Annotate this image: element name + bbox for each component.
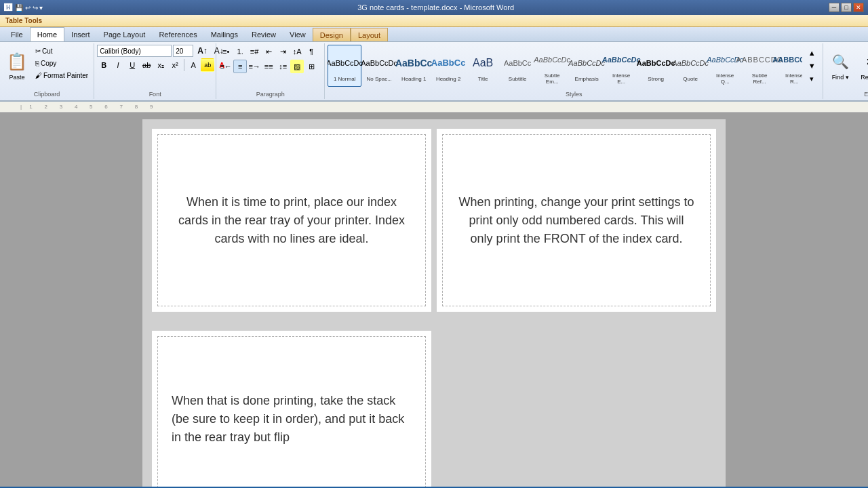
style-strong[interactable]: AaBbCcDc Strong [639, 45, 673, 87]
ruler: | 1 2 3 4 5 6 7 8 9 [0, 102, 868, 113]
styles-nav: ▲ ▼ ▾ [804, 45, 820, 87]
style-heading1[interactable]: AaBbCc Heading 1 [397, 45, 431, 87]
ribbon: 📋 Paste ✂ Cut ⎘ Copy 🖌 Format Painter Cl… [0, 42, 868, 102]
style-intense-r-name: Intense R... [781, 73, 802, 85]
group-paragraph: ≡• 1. ≡# ⇤ ⇥ ↕A ¶ ≡← ≡ ≡→ ≡≡ ↕≡ ▨ ⊞ Para… [216, 43, 325, 99]
style-quote[interactable]: AaBbCcDc Quote [673, 45, 707, 87]
justify-button[interactable]: ≡≡ [262, 60, 275, 73]
decrease-indent-button[interactable]: ⇤ [262, 45, 275, 58]
para-row2: ≡← ≡ ≡→ ≡≡ ↕≡ ▨ ⊞ [219, 60, 318, 73]
clipboard-content: 📋 Paste ✂ Cut ⎘ Copy 🖌 Format Painter [3, 45, 91, 89]
sep1 [184, 59, 184, 71]
numbering-button[interactable]: 1. [233, 45, 247, 58]
clipboard-label: Clipboard [34, 91, 60, 98]
card-3-text[interactable]: When that is done printing, take the sta… [172, 392, 412, 447]
bold-button[interactable]: B [97, 58, 111, 72]
tab-page-layout[interactable]: Page Layout [97, 28, 153, 41]
style-normal-preview: AaBbCcDc [330, 50, 359, 76]
style-subtle-ref[interactable]: AaBbCcDc Subtle Ref... [743, 45, 776, 87]
tab-view[interactable]: View [283, 28, 313, 41]
underline-button[interactable]: U [125, 58, 139, 72]
styles-down-button[interactable]: ▼ [805, 59, 818, 72]
card-3-outer: When that is done printing, take the sta… [152, 331, 431, 487]
tab-review[interactable]: Review [245, 28, 283, 41]
style-normal-name: 1 Normal [334, 76, 355, 82]
tab-mailings[interactable]: Mailings [204, 28, 245, 41]
editing-label: Editing [864, 91, 868, 98]
paragraph-label: Paragraph [256, 91, 285, 98]
text-effect-button[interactable]: A [186, 58, 200, 72]
paste-button[interactable]: 📋 Paste [3, 45, 31, 87]
align-left-button[interactable]: ≡← [219, 60, 233, 73]
cut-button[interactable]: ✂ Cut [33, 45, 91, 57]
style-quote-preview: AaBbCcDc [675, 50, 705, 76]
style-normal[interactable]: AaBbCcDc 1 Normal [328, 45, 361, 87]
grow-font-button[interactable]: A↑ [195, 45, 210, 57]
card-1-text[interactable]: When it is time to print, place our inde… [172, 193, 412, 248]
style-h1-name: Heading 1 [401, 76, 426, 82]
style-intense-q[interactable]: AaBbCcDc Intense Q... [708, 45, 742, 87]
style-heading2[interactable]: AaBbCc Heading 2 [431, 45, 465, 87]
styles-content: AaBbCcDc 1 Normal AaBbCcDc No Spac... Aa… [328, 45, 820, 89]
style-subtle-em[interactable]: AaBbCcDc Subtle Em... [535, 45, 569, 87]
increase-indent-button[interactable]: ⇥ [276, 45, 290, 58]
style-no-space[interactable]: AaBbCcDc No Spac... [362, 45, 396, 87]
title-bar-left: 🆆 💾 ↩ ↪ ▾ [4, 3, 43, 12]
align-center-button[interactable]: ≡ [233, 60, 247, 73]
card-2-outer: When printing, change your print setting… [437, 129, 716, 312]
font-label: Font [149, 91, 161, 98]
line-spacing-button[interactable]: ↕≡ [276, 60, 290, 73]
editing-content: 🔍 Find ▾ ⇄ Replace ⌖ Select ▾ [826, 45, 868, 89]
sort-button[interactable]: ↕A [290, 45, 304, 58]
align-right-button[interactable]: ≡→ [248, 60, 261, 73]
card-1-inner: When it is time to print, place our inde… [157, 134, 426, 306]
ribbon-tabs: File Home Insert Page Layout References … [0, 27, 868, 42]
superscript-button[interactable]: x² [168, 58, 182, 72]
close-button[interactable]: ✕ [853, 3, 864, 12]
multilevel-button[interactable]: ≡# [248, 45, 261, 58]
font-size-box[interactable]: 20 [173, 45, 193, 57]
show-marks-button[interactable]: ¶ [304, 45, 318, 58]
tab-file[interactable]: File [4, 28, 30, 41]
find-button[interactable]: 🔍 Find ▾ [826, 45, 854, 87]
copy-icon: ⎘ [35, 60, 39, 67]
style-intense-r[interactable]: AaBbCcDc Intense R... [777, 45, 802, 87]
para-content: ≡• 1. ≡# ⇤ ⇥ ↕A ¶ ≡← ≡ ≡→ ≡≡ ↕≡ ▨ ⊞ [219, 45, 321, 89]
style-intense-e-preview: AaBbCcDc [606, 47, 636, 73]
tab-home[interactable]: Home [30, 27, 64, 41]
minimize-button[interactable]: ─ [829, 3, 840, 12]
shading-button[interactable]: ▨ [290, 60, 304, 73]
style-intense-r-preview: AaBbCcDc [779, 47, 802, 73]
table-tools-bar: Table Tools [0, 15, 868, 27]
tab-layout[interactable]: Layout [351, 28, 388, 41]
strikethrough-button[interactable]: ab [140, 58, 153, 72]
bullets-button[interactable]: ≡• [219, 45, 233, 58]
style-title[interactable]: AaB Title [466, 45, 500, 87]
styles-more-button[interactable]: ▾ [805, 73, 818, 85]
cut-icon: ✂ [35, 47, 41, 55]
paste-label: Paste [9, 74, 24, 81]
group-editing: 🔍 Find ▾ ⇄ Replace ⌖ Select ▾ Editing [823, 43, 868, 99]
style-h2-preview: AaBbCc [433, 50, 463, 76]
card-2-inner: When printing, change your print setting… [442, 134, 711, 306]
replace-button[interactable]: ⇄ Replace [856, 45, 868, 87]
style-title-preview: AaB [468, 50, 498, 76]
tab-insert[interactable]: Insert [64, 28, 97, 41]
styles-up-button[interactable]: ▲ [805, 46, 818, 59]
copy-button[interactable]: ⎘ Copy [33, 57, 91, 69]
restore-button[interactable]: □ [841, 3, 852, 12]
document-area: When it is time to print, place our inde… [0, 113, 868, 487]
format-painter-button[interactable]: 🖌 Format Painter [33, 69, 91, 81]
tab-references[interactable]: References [152, 28, 203, 41]
subscript-button[interactable]: x₂ [154, 58, 167, 72]
tab-design[interactable]: Design [313, 28, 351, 41]
quick-access: 💾 ↩ ↪ ▾ [15, 4, 43, 12]
italic-button[interactable]: I [111, 58, 125, 72]
style-intense-e[interactable]: AaBbCcDc Intense E... [604, 45, 638, 87]
text-highlight-button[interactable]: ab [201, 58, 214, 72]
font-name-box[interactable]: Calibri (Body) [97, 45, 172, 57]
card-2-text[interactable]: When printing, change your print setting… [456, 193, 696, 248]
style-subtitle[interactable]: AaBbCc Subtitle [500, 45, 534, 87]
style-emphasis[interactable]: AaBbCcDc Emphasis [570, 45, 604, 87]
borders-button[interactable]: ⊞ [304, 60, 318, 73]
